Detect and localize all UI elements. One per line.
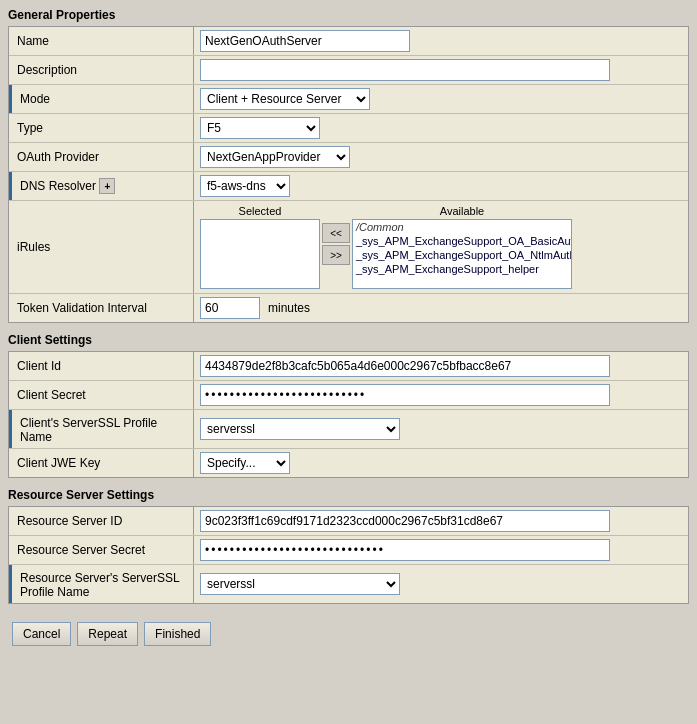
mode-select[interactable]: Client + Resource Server Client Only Res… [200,88,370,110]
client-ssl-select[interactable]: serverssl [200,418,400,440]
resource-server-id-value-cell [194,507,688,535]
token-validation-input[interactable] [200,297,260,319]
client-jwe-value-cell: Specify... None [194,449,688,477]
token-validation-row: Token Validation Interval minutes [9,294,688,322]
name-row: Name [9,27,688,56]
mode-value-cell: Client + Resource Server Client Only Res… [194,85,688,113]
repeat-button[interactable]: Repeat [77,622,138,646]
resource-server-id-row: Resource Server ID [9,507,688,536]
type-label: Type [9,114,194,142]
mode-row: Mode Client + Resource Server Client Onl… [9,85,688,114]
name-label: Name [9,27,194,55]
description-row: Description [9,56,688,85]
resource-ssl-select[interactable]: serverssl [200,573,400,595]
resource-ssl-row: Resource Server's ServerSSL Profile Name… [9,565,688,603]
client-secret-input[interactable] [200,384,610,406]
client-id-label: Client Id [9,352,194,380]
client-settings-section: Client Settings Client Id Client Secret … [8,333,689,478]
name-input[interactable] [200,30,410,52]
general-properties-section: General Properties Name Description Mode [8,8,689,323]
general-properties-content: Name Description Mode Client + Resource … [8,26,689,323]
irules-selected-listbox[interactable] [200,219,320,289]
oauth-provider-select[interactable]: NextGenAppProvider [200,146,350,168]
irules-arrows: << >> [322,223,350,265]
bottom-buttons: Cancel Repeat Finished [8,614,689,654]
resource-server-id-input[interactable] [200,510,610,532]
type-select[interactable]: F5 Custom [200,117,320,139]
mode-label: Mode [9,85,194,113]
client-secret-row: Client Secret [9,381,688,410]
resource-server-secret-input[interactable] [200,539,610,561]
resource-ssl-label: Resource Server's ServerSSL Profile Name [9,565,194,603]
client-ssl-value-cell: serverssl [194,415,688,443]
client-jwe-label: Client JWE Key [9,449,194,477]
type-row: Type F5 Custom [9,114,688,143]
irules-available-listbox[interactable]: /Common _sys_APM_ExchangeSupport_OA_Basi… [352,219,572,289]
resource-server-settings-title: Resource Server Settings [8,488,689,502]
page-container: General Properties Name Description Mode [0,0,697,662]
irules-available-label: Available [352,205,572,217]
client-settings-title: Client Settings [8,333,689,347]
description-input[interactable] [200,59,610,81]
token-validation-label: Token Validation Interval [9,294,194,322]
dns-resolver-value-cell: f5-aws-dns [194,172,688,200]
client-ssl-row: Client's ServerSSL Profile Name serverss… [9,410,688,449]
irules-selected-label: Selected [200,205,320,217]
resource-server-secret-value-cell [194,536,688,564]
type-value-cell: F5 Custom [194,114,688,142]
irules-selected-col: Selected [200,205,320,289]
description-value-cell [194,56,688,84]
finished-button[interactable]: Finished [144,622,211,646]
client-jwe-row: Client JWE Key Specify... None [9,449,688,477]
list-item[interactable]: _sys_APM_ExchangeSupport_OA_BasicAuth [353,234,571,248]
client-settings-content: Client Id Client Secret Client's ServerS… [8,351,689,478]
resource-server-id-label: Resource Server ID [9,507,194,535]
client-ssl-label: Client's ServerSSL Profile Name [9,410,194,448]
irules-label: iRules [9,201,194,293]
irules-columns: Selected << >> Available /Common [200,205,572,289]
irules-move-right-button[interactable]: >> [322,245,350,265]
name-value-cell [194,27,688,55]
cancel-button[interactable]: Cancel [12,622,71,646]
oauth-provider-value-cell: NextGenAppProvider [194,143,688,171]
list-item[interactable]: _sys_APM_ExchangeSupport_OA_NtlmAuth [353,248,571,262]
resource-server-secret-row: Resource Server Secret [9,536,688,565]
resource-server-settings-section: Resource Server Settings Resource Server… [8,488,689,604]
irules-row: iRules Selected << >> [9,201,688,294]
irules-value-cell: Selected << >> Available /Common [194,201,688,293]
client-secret-label: Client Secret [9,381,194,409]
oauth-provider-row: OAuth Provider NextGenAppProvider [9,143,688,172]
client-id-value-cell [194,352,688,380]
irules-group-header: /Common [353,220,571,234]
list-item[interactable]: _sys_APM_ExchangeSupport_helper [353,262,571,276]
irules-move-left-button[interactable]: << [322,223,350,243]
client-id-row: Client Id [9,352,688,381]
resource-ssl-value-cell: serverssl [194,570,688,598]
description-label: Description [9,56,194,84]
oauth-provider-label: OAuth Provider [9,143,194,171]
resource-server-settings-content: Resource Server ID Resource Server Secre… [8,506,689,604]
dns-resolver-label: DNS Resolver + [9,172,194,200]
dns-resolver-row: DNS Resolver + f5-aws-dns [9,172,688,201]
token-validation-unit: minutes [268,301,310,315]
client-secret-value-cell [194,381,688,409]
client-id-input[interactable] [200,355,610,377]
general-properties-title: General Properties [8,8,689,22]
client-jwe-select[interactable]: Specify... None [200,452,290,474]
dns-resolver-add-button[interactable]: + [99,178,115,194]
dns-resolver-select[interactable]: f5-aws-dns [200,175,290,197]
token-validation-value-cell: minutes [194,294,688,322]
resource-server-secret-label: Resource Server Secret [9,536,194,564]
irules-available-col: Available /Common _sys_APM_ExchangeSuppo… [352,205,572,289]
